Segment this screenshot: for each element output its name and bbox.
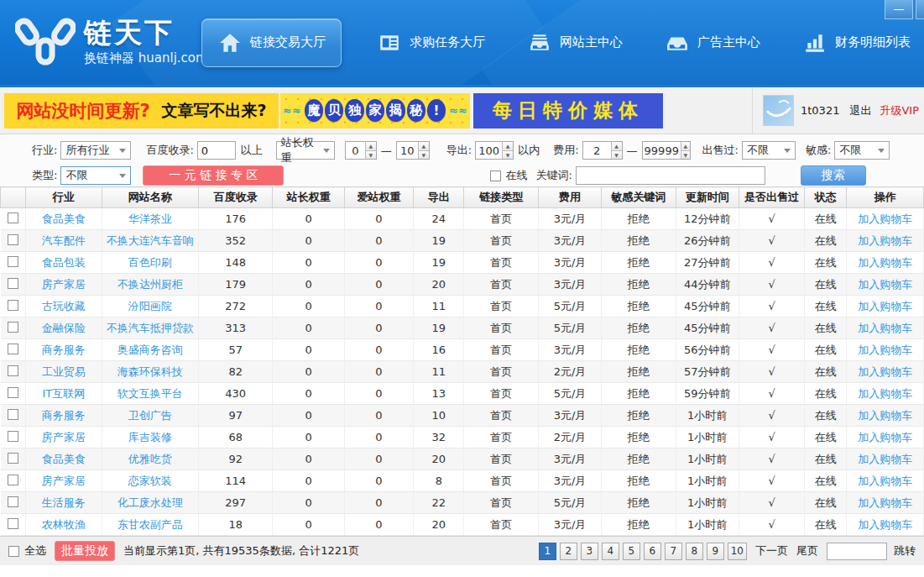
select-all-checkbox[interactable] bbox=[8, 546, 19, 557]
fee-min-spinner[interactable]: 2▲▼ bbox=[582, 141, 623, 160]
export-spinner[interactable]: 100▲▼ bbox=[475, 141, 514, 160]
cell-industry[interactable]: 金融保险 bbox=[26, 317, 102, 339]
row-checkbox[interactable] bbox=[8, 409, 18, 420]
page-button[interactable]: 7 bbox=[665, 543, 682, 560]
row-checkbox[interactable] bbox=[8, 256, 18, 267]
cell-site[interactable]: 汾阳画院 bbox=[102, 296, 199, 317]
cell-industry[interactable]: 食品美食 bbox=[26, 448, 102, 470]
ad-banner-update[interactable]: 网站没时间更新? 文章写不出来? bbox=[4, 93, 279, 129]
cell-action[interactable]: 加入购物车 bbox=[847, 339, 924, 361]
page-button[interactable]: 5 bbox=[623, 543, 640, 560]
row-checkbox[interactable] bbox=[8, 475, 18, 485]
row-checkbox[interactable] bbox=[8, 234, 18, 245]
cell-action[interactable]: 加入购物车 bbox=[847, 274, 924, 296]
row-checkbox[interactable] bbox=[8, 212, 18, 223]
cell-site[interactable]: 优雅吃货 bbox=[102, 448, 199, 470]
cell-site[interactable]: 化工废水处理 bbox=[102, 492, 199, 514]
fee-max-spinner[interactable]: 99999▲▼ bbox=[642, 141, 691, 160]
cell-action[interactable]: 加入购物车 bbox=[847, 405, 924, 427]
ad-banner-daily-media[interactable]: 每日特价媒体 bbox=[473, 93, 663, 129]
page-button[interactable]: 4 bbox=[602, 543, 619, 560]
cell-industry[interactable]: 食品包装 bbox=[26, 252, 102, 274]
cell-site[interactable]: 软文互换平台 bbox=[102, 383, 199, 405]
cell-site[interactable]: 不换大连汽车音响 bbox=[102, 230, 199, 252]
row-checkbox[interactable] bbox=[8, 300, 18, 311]
cell-action[interactable]: 加入购物车 bbox=[847, 383, 924, 405]
row-checkbox[interactable] bbox=[8, 387, 18, 398]
nav-site-center[interactable]: 网站主中心 bbox=[517, 24, 633, 62]
cell-action[interactable]: 加入购物车 bbox=[847, 317, 924, 339]
keyword-input[interactable] bbox=[576, 166, 765, 185]
cell-industry[interactable]: IT互联网 bbox=[26, 383, 102, 405]
page-button[interactable]: 3 bbox=[581, 543, 598, 560]
nav-task-hall[interactable]: 求购任务大厅 bbox=[367, 24, 495, 62]
cell-industry[interactable]: 商务服务 bbox=[26, 339, 102, 361]
page-button[interactable]: 9 bbox=[707, 543, 724, 560]
spinner-arrows[interactable]: ▲▼ bbox=[502, 142, 513, 159]
user-avatar[interactable] bbox=[763, 95, 794, 126]
row-checkbox[interactable] bbox=[8, 322, 18, 333]
cell-site[interactable]: 不换达州厨柜 bbox=[102, 274, 199, 296]
row-checkbox[interactable] bbox=[8, 278, 18, 289]
cell-action[interactable]: 加入购物车 bbox=[847, 492, 924, 514]
page-button[interactable]: 8 bbox=[686, 543, 703, 560]
spinner-arrows[interactable]: ▲▼ bbox=[681, 142, 690, 159]
cell-action[interactable]: 加入购物车 bbox=[847, 514, 924, 536]
cell-industry[interactable]: 工业贸易 bbox=[26, 361, 102, 383]
cell-action[interactable]: 加入购物车 bbox=[847, 448, 924, 470]
sold-select[interactable]: 不限 bbox=[742, 141, 796, 160]
nav-advertiser-center[interactable]: 广告主中心 bbox=[655, 24, 770, 62]
cell-action[interactable]: 加入购物车 bbox=[847, 296, 924, 317]
cell-industry[interactable]: 汽车配件 bbox=[26, 230, 102, 252]
cell-action[interactable]: 加入购物车 bbox=[847, 427, 924, 448]
nav-finance-list[interactable]: 财务明细列表 bbox=[792, 24, 921, 62]
minimize-button[interactable]: — bbox=[885, 0, 913, 19]
baidu-input[interactable] bbox=[197, 141, 236, 160]
upgrade-vip-link[interactable]: 升级VIP bbox=[880, 103, 919, 118]
logout-link[interactable]: 退出 bbox=[849, 103, 871, 118]
cell-industry[interactable]: 食品美食 bbox=[26, 208, 102, 230]
sensitive-select[interactable]: 不限 bbox=[834, 141, 890, 160]
industry-select[interactable]: 所有行业 bbox=[60, 141, 131, 160]
cell-action[interactable]: 加入购物车 bbox=[847, 470, 924, 492]
spinner-arrows[interactable]: ▲▼ bbox=[611, 142, 622, 159]
one-yuan-zone-button[interactable]: 一 元 链 接 专 区 bbox=[143, 165, 284, 186]
row-checkbox[interactable] bbox=[8, 496, 18, 507]
page-button[interactable]: 1 bbox=[539, 543, 556, 560]
cell-site[interactable]: 卫创广告 bbox=[102, 405, 199, 427]
row-checkbox[interactable] bbox=[8, 518, 18, 529]
ad-banner-secret[interactable]: ≈≈ 魔 贝 独 家 揭 秘 ! ≈≈ bbox=[280, 93, 470, 129]
cell-site[interactable]: 华洋茶业 bbox=[102, 208, 199, 230]
spinner-arrows[interactable]: ▲▼ bbox=[365, 142, 376, 159]
last-page-button[interactable]: 尾页 bbox=[796, 543, 818, 559]
cell-site[interactable]: 奥盛商务咨询 bbox=[102, 339, 199, 361]
cell-action[interactable]: 加入购物车 bbox=[847, 361, 924, 383]
cell-industry[interactable]: 房产家居 bbox=[26, 470, 102, 492]
page-button[interactable]: 6 bbox=[644, 543, 661, 560]
online-checkbox[interactable] bbox=[490, 170, 501, 181]
type-select[interactable]: 不限 bbox=[60, 166, 131, 185]
cell-industry[interactable]: 古玩收藏 bbox=[26, 296, 102, 317]
cell-industry[interactable]: 房产家居 bbox=[26, 427, 102, 448]
row-checkbox[interactable] bbox=[8, 365, 18, 376]
cell-industry[interactable]: 生活服务 bbox=[26, 492, 102, 514]
cell-site[interactable]: 百色印刷 bbox=[102, 252, 199, 274]
cell-industry[interactable]: 房产家居 bbox=[26, 274, 102, 296]
cell-action[interactable]: 加入购物车 bbox=[847, 252, 924, 274]
cell-industry[interactable]: 商务服务 bbox=[26, 405, 102, 427]
nav-link-trade-hall[interactable]: 链接交易大厅 bbox=[201, 18, 342, 67]
cell-site[interactable]: 东甘农副产品 bbox=[102, 514, 199, 536]
cell-action[interactable]: 加入购物车 bbox=[847, 230, 924, 252]
cell-industry[interactable]: 农林牧渔 bbox=[26, 514, 102, 536]
cell-site[interactable]: 不换汽车抵押贷款 bbox=[102, 317, 199, 339]
jump-page-input[interactable] bbox=[827, 543, 887, 560]
page-button[interactable]: 10 bbox=[728, 543, 747, 560]
jump-button[interactable]: 跳转 bbox=[894, 543, 916, 559]
row-checkbox[interactable] bbox=[8, 344, 18, 354]
cell-site[interactable]: 海森环保科技 bbox=[102, 361, 199, 383]
batch-publish-button[interactable]: 批量投放 bbox=[55, 541, 115, 561]
row-checkbox[interactable] bbox=[8, 431, 18, 442]
spinner-arrows[interactable]: ▲▼ bbox=[418, 142, 429, 159]
search-button[interactable]: 搜索 bbox=[801, 165, 866, 186]
weight-max-spinner[interactable]: 10▲▼ bbox=[396, 141, 430, 160]
